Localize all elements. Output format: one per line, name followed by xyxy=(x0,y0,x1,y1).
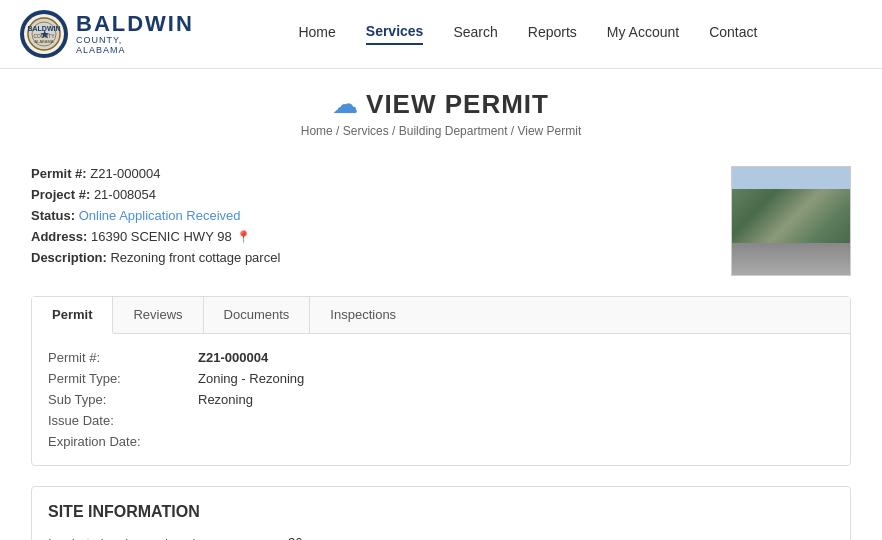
brand-sub: COUNTY,ALABAMA xyxy=(76,36,194,56)
permit-info-label-0: Permit #: xyxy=(48,350,198,365)
permit-image xyxy=(731,166,851,276)
permit-number-row: Permit #: Z21-000004 xyxy=(31,166,711,181)
tabs-header: Permit Reviews Documents Inspections xyxy=(32,297,850,334)
site-info-answer-0: 26 xyxy=(288,535,302,540)
project-number-row: Project #: 21-008054 xyxy=(31,187,711,202)
address-row: Address: 16390 SCENIC HWY 98 📍 xyxy=(31,229,711,244)
permit-info-value-4 xyxy=(198,434,834,449)
tab-reviews[interactable]: Reviews xyxy=(113,297,203,333)
description-row: Description: Rezoning front cottage parc… xyxy=(31,250,711,265)
permit-info-value-0: Z21-000004 xyxy=(198,350,834,365)
tab-permit[interactable]: Permit xyxy=(32,297,113,334)
tabs-container: Permit Reviews Documents Inspections Per… xyxy=(31,296,851,466)
address-value: 16390 SCENIC HWY 98 📍 xyxy=(91,229,251,244)
tab-inspections[interactable]: Inspections xyxy=(310,297,416,333)
brand-name: BALDWIN xyxy=(76,12,194,36)
status-row: Status: Online Application Received xyxy=(31,208,711,223)
header: ★ BALDWIN COUNTY ALABAMA BALDWIN COUNTY,… xyxy=(0,0,882,69)
project-number-label: Project #: xyxy=(31,187,90,202)
site-info-section: SITE INFORMATION In what planning and zo… xyxy=(31,486,851,540)
logo-icon: ★ BALDWIN COUNTY ALABAMA xyxy=(20,10,68,58)
nav-services[interactable]: Services xyxy=(366,23,424,45)
nav-reports[interactable]: Reports xyxy=(528,24,577,44)
permit-info-value-1: Zoning - Rezoning xyxy=(198,371,834,386)
main-nav: Home Services Search Reports My Account … xyxy=(194,23,862,45)
nav-myaccount[interactable]: My Account xyxy=(607,24,679,44)
permit-number-value: Z21-000004 xyxy=(90,166,160,181)
nav-home[interactable]: Home xyxy=(298,24,335,44)
site-info-title: SITE INFORMATION xyxy=(48,503,834,521)
upload-icon: ☁ xyxy=(333,91,358,119)
site-info-question-0: In what planning and zoning district is … xyxy=(48,535,248,540)
logo-area: ★ BALDWIN COUNTY ALABAMA BALDWIN COUNTY,… xyxy=(20,10,194,58)
description-label: Description: xyxy=(31,250,107,265)
main-content: Permit #: Z21-000004 Project #: 21-00805… xyxy=(11,146,871,540)
permit-image-road xyxy=(732,243,850,275)
tab-documents[interactable]: Documents xyxy=(204,297,311,333)
permit-info-value-2: Rezoning xyxy=(198,392,834,407)
permit-info-label-3: Issue Date: xyxy=(48,413,198,428)
permit-info-grid: Permit #: Z21-000004 Permit Type: Zoning… xyxy=(48,350,834,449)
page-title-area: ☁ VIEW PERMIT Home / Services / Building… xyxy=(0,69,882,146)
breadcrumb: Home / Services / Building Department / … xyxy=(0,124,882,138)
permit-number-label: Permit #: xyxy=(31,166,87,181)
tab-permit-content: Permit #: Z21-000004 Permit Type: Zoning… xyxy=(32,334,850,465)
permit-info-label-1: Permit Type: xyxy=(48,371,198,386)
svg-text:BALDWIN: BALDWIN xyxy=(27,25,60,32)
status-value: Online Application Received xyxy=(79,208,241,223)
permit-info-label-4: Expiration Date: xyxy=(48,434,198,449)
description-value: Rezoning front cottage parcel xyxy=(110,250,280,265)
map-pin-icon[interactable]: 📍 xyxy=(236,230,251,244)
permit-image-sky xyxy=(732,167,850,189)
permit-info-value-3 xyxy=(198,413,834,428)
nav-contact[interactable]: Contact xyxy=(709,24,757,44)
nav-search[interactable]: Search xyxy=(453,24,497,44)
permit-image-bg xyxy=(732,167,850,275)
brand-text: BALDWIN COUNTY,ALABAMA xyxy=(76,12,194,56)
svg-text:ALABAMA: ALABAMA xyxy=(35,39,54,44)
project-number-value: 21-008054 xyxy=(94,187,156,202)
permit-details: Permit #: Z21-000004 Project #: 21-00805… xyxy=(31,166,711,276)
permit-header: Permit #: Z21-000004 Project #: 21-00805… xyxy=(31,166,851,276)
site-info-row-0: In what planning and zoning district is … xyxy=(48,535,834,540)
permit-info-label-2: Sub Type: xyxy=(48,392,198,407)
address-label: Address: xyxy=(31,229,87,244)
status-label: Status: xyxy=(31,208,75,223)
page-title: ☁ VIEW PERMIT xyxy=(0,89,882,120)
